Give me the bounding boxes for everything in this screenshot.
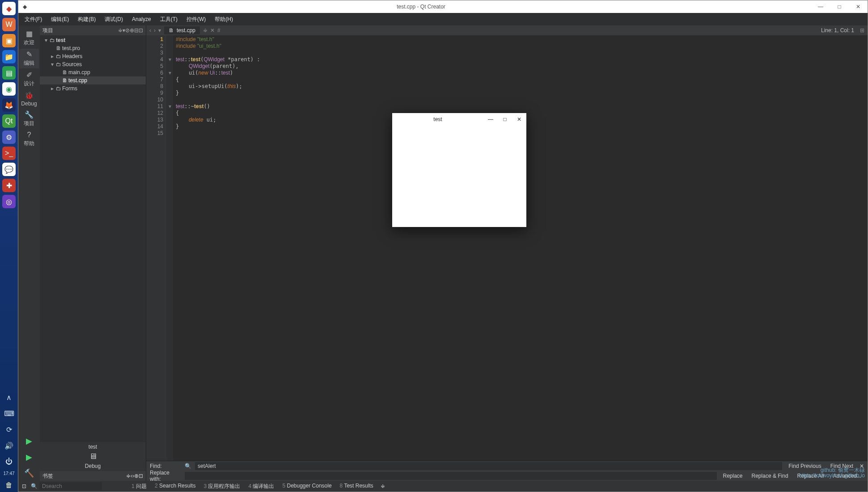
fold-marker[interactable] bbox=[167, 63, 173, 70]
run-debug-button[interactable]: ▶ bbox=[26, 450, 32, 465]
fold-marker[interactable] bbox=[167, 123, 173, 130]
popup-minimize[interactable]: — bbox=[483, 116, 498, 122]
expand-icon[interactable]: ▸ bbox=[50, 53, 55, 59]
maximize-button[interactable]: □ bbox=[830, 0, 849, 13]
menu-item[interactable]: 控件(W) bbox=[183, 14, 209, 25]
popup-close[interactable]: ✕ bbox=[512, 116, 526, 122]
replace-input[interactable] bbox=[185, 472, 717, 480]
expand-icon[interactable]: ▾ bbox=[43, 37, 49, 43]
bookmark-button[interactable]: ⊡ bbox=[139, 473, 143, 479]
taskbar-chrome[interactable]: ◉ bbox=[2, 82, 16, 96]
menu-item[interactable]: 工具(T) bbox=[157, 14, 181, 25]
expand-icon[interactable]: ▸ bbox=[50, 85, 55, 92]
menu-item[interactable]: 文件(F) bbox=[21, 14, 46, 25]
panel-button[interactable]: ≑ bbox=[118, 27, 123, 34]
taskbar-orange[interactable]: ▣ bbox=[2, 34, 16, 47]
fold-marker[interactable]: ▾ bbox=[167, 70, 173, 76]
fold-marker[interactable]: ▾ bbox=[167, 103, 173, 110]
taskbar-wps[interactable]: W bbox=[2, 18, 16, 31]
minimize-button[interactable]: — bbox=[811, 0, 830, 13]
split-icon[interactable]: ⊞ bbox=[859, 27, 866, 34]
nav-button[interactable]: ‹ bbox=[148, 27, 152, 34]
output-tab[interactable]: 1 问题 bbox=[129, 482, 149, 491]
menu-item[interactable]: 帮助(H) bbox=[211, 14, 237, 25]
mode-编辑[interactable]: ✎编辑 bbox=[19, 49, 39, 68]
taskbar-settings[interactable]: ⚙ bbox=[2, 130, 16, 144]
fold-marker[interactable] bbox=[167, 76, 173, 83]
code-editor[interactable]: 123456789101112131415 ▾▾▾ #include "test… bbox=[146, 35, 868, 461]
sb-left-icon[interactable]: ⊡ bbox=[22, 483, 26, 489]
taskbar-start[interactable]: ◆ bbox=[2, 2, 16, 15]
fold-marker[interactable] bbox=[167, 130, 173, 137]
tab-button[interactable]: ≑ bbox=[202, 27, 209, 34]
taskbar-purple[interactable]: ◎ bbox=[2, 195, 16, 208]
tree-item[interactable]: 🗎main.cpp bbox=[40, 68, 146, 76]
menu-item[interactable]: 编辑(E) bbox=[47, 14, 72, 25]
fold-marker[interactable]: ▾ bbox=[167, 56, 173, 63]
taskbar-terminal[interactable]: >_ bbox=[2, 147, 16, 160]
bookmark-button[interactable]: ⊕ bbox=[134, 473, 139, 479]
code-content[interactable]: #include "test.h" #include "ui_test.h" t… bbox=[173, 35, 868, 461]
taskbar-files[interactable]: 📁 bbox=[2, 50, 16, 63]
running-app-window[interactable]: test — □ ✕ bbox=[392, 113, 526, 227]
output-tab[interactable]: 2 Search Results bbox=[152, 482, 198, 491]
locator-input[interactable] bbox=[39, 482, 102, 490]
popup-maximize[interactable]: □ bbox=[498, 116, 512, 122]
editor-tab[interactable]: 🗎 test.cpp bbox=[164, 26, 200, 34]
fold-marker[interactable] bbox=[167, 50, 173, 56]
tree-item[interactable]: 🗎test.pro bbox=[40, 44, 146, 52]
panel-button[interactable]: ⊟ bbox=[134, 27, 139, 34]
tray-volume[interactable]: 🔊 bbox=[2, 439, 16, 452]
mode-帮助[interactable]: ?帮助 bbox=[19, 130, 39, 149]
nav-button[interactable]: ▾ bbox=[157, 27, 162, 34]
output-tab[interactable]: 3 应用程序输出 bbox=[201, 482, 243, 491]
nav-button[interactable]: › bbox=[152, 27, 157, 34]
tree-item[interactable]: ▸🗀Forms bbox=[40, 84, 146, 93]
tree-item[interactable]: ▾🗀test bbox=[40, 36, 146, 44]
taskbar-qt[interactable]: Qt bbox=[2, 114, 16, 128]
tab-button[interactable]: ✕ bbox=[209, 27, 216, 34]
fold-gutter[interactable]: ▾▾▾ bbox=[167, 35, 173, 461]
fold-marker[interactable] bbox=[167, 110, 173, 117]
tray-keyboard[interactable]: ⌨ bbox=[2, 407, 16, 420]
panel-button[interactable]: ⊕ bbox=[130, 27, 134, 34]
replace-button[interactable]: Replace bbox=[720, 472, 745, 480]
run-target[interactable]: test 🖥 Debug bbox=[40, 442, 146, 471]
build-button[interactable]: 🔨 bbox=[24, 466, 34, 481]
fold-marker[interactable] bbox=[167, 43, 173, 50]
mode-欢迎[interactable]: ▦欢迎 bbox=[19, 28, 39, 48]
taskbar-wechat[interactable]: 💬 bbox=[2, 163, 16, 176]
fold-marker[interactable] bbox=[167, 83, 173, 90]
taskbar-firefox[interactable]: 🦊 bbox=[2, 98, 16, 112]
taskbar-red[interactable]: ✚ bbox=[2, 179, 16, 192]
sb-more[interactable]: ≑ bbox=[381, 483, 385, 489]
tree-item[interactable]: 🗎test.cpp bbox=[40, 76, 146, 84]
close-button[interactable]: ✕ bbox=[849, 0, 868, 13]
tray-power[interactable]: ⏻ bbox=[2, 455, 16, 468]
mode-项目[interactable]: 🔧项目 bbox=[19, 109, 39, 129]
bookmark-button[interactable]: ≑ bbox=[126, 473, 131, 479]
mode-设计[interactable]: ✐设计 bbox=[19, 69, 39, 89]
menu-item[interactable]: 调试(D) bbox=[101, 14, 127, 25]
menu-item[interactable]: 构建(B) bbox=[74, 14, 99, 25]
fold-marker[interactable] bbox=[167, 97, 173, 103]
tree-item[interactable]: ▾🗀Sources bbox=[40, 60, 146, 68]
output-tab[interactable]: 4 编译输出 bbox=[246, 482, 277, 491]
panel-button[interactable]: ⊘ bbox=[125, 27, 130, 34]
fold-marker[interactable] bbox=[167, 36, 173, 43]
taskbar-green[interactable]: ▤ bbox=[2, 66, 16, 80]
output-tab[interactable]: 8 Test Results bbox=[337, 482, 376, 491]
tab-button[interactable]: # bbox=[216, 27, 222, 34]
project-tree[interactable]: ▾🗀test🗎test.pro▸🗀Headers▾🗀Sources🗎main.c… bbox=[40, 35, 146, 442]
tray-refresh[interactable]: ⟳ bbox=[2, 423, 16, 436]
output-tab[interactable]: 5 Debugger Console bbox=[279, 482, 334, 491]
run-button[interactable]: ▶ bbox=[26, 433, 32, 449]
trash-icon[interactable]: 🗑 bbox=[2, 479, 16, 492]
fold-marker[interactable] bbox=[167, 90, 173, 97]
tree-item[interactable]: ▸🗀Headers bbox=[40, 52, 146, 60]
tray-up[interactable]: ∧ bbox=[2, 391, 16, 404]
mode-Debug[interactable]: 🐞Debug bbox=[19, 90, 39, 108]
panel-button[interactable]: ⊡ bbox=[139, 27, 143, 34]
menu-item[interactable]: Analyze bbox=[128, 15, 155, 24]
expand-icon[interactable]: ▾ bbox=[50, 61, 55, 67]
